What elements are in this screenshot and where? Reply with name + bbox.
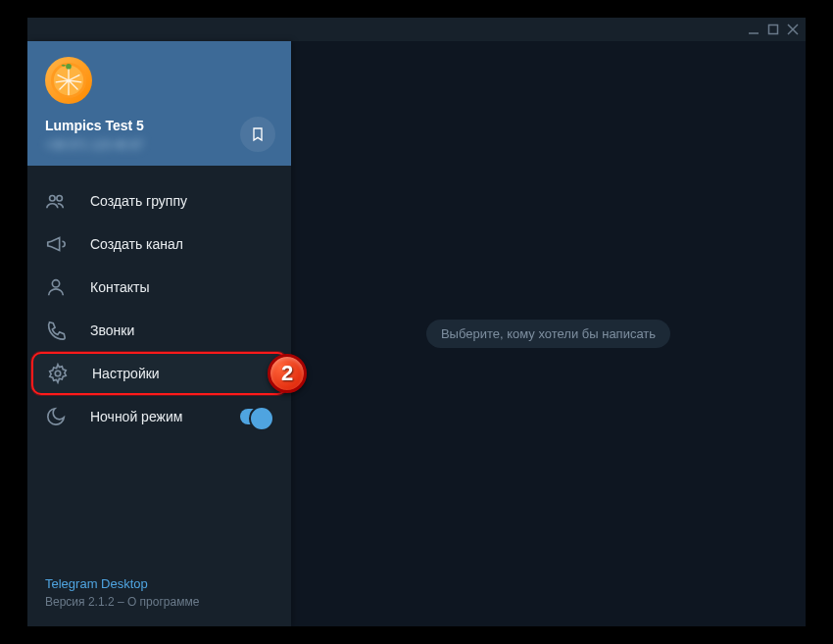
titlebar <box>27 18 806 41</box>
menu-item-new-group[interactable]: Создать группу <box>27 179 291 223</box>
sidebar-footer: Telegram Desktop Версия 2.1.2 – О програ… <box>27 563 291 626</box>
avatar[interactable] <box>45 57 92 104</box>
megaphone-icon <box>45 233 67 255</box>
moon-icon <box>45 406 67 427</box>
main-empty-area: Выберите, кому хотели бы написать <box>291 41 806 626</box>
profile-phone: +38 071 123 45 67 <box>45 138 273 152</box>
gear-icon <box>47 363 69 384</box>
svg-point-6 <box>66 64 72 70</box>
step-badge: 2 <box>268 354 307 393</box>
maximize-button[interactable] <box>766 23 780 36</box>
menu-label: Создать канал <box>90 236 273 252</box>
svg-rect-1 <box>769 25 778 34</box>
person-icon <box>45 276 67 298</box>
app-window: Lumpics Test 5 +38 071 123 45 67 Создать… <box>27 18 806 626</box>
empty-hint: Выберите, кому хотели бы написать <box>426 320 670 348</box>
minimize-button[interactable] <box>747 23 760 36</box>
menu-label: Контакты <box>90 279 273 295</box>
profile-header: Lumpics Test 5 +38 071 123 45 67 <box>27 41 291 166</box>
content-area: Lumpics Test 5 +38 071 123 45 67 Создать… <box>27 41 806 626</box>
svg-point-7 <box>50 196 56 202</box>
night-mode-toggle[interactable] <box>240 409 273 424</box>
group-icon <box>45 190 67 212</box>
svg-point-9 <box>52 280 59 287</box>
menu-item-contacts[interactable]: Контакты <box>27 266 291 309</box>
menu-item-calls[interactable]: Звонки <box>27 309 291 352</box>
footer-app-name: Telegram Desktop <box>45 576 273 591</box>
profile-name: Lumpics Test 5 <box>45 118 273 133</box>
menu-label: Настройки <box>92 366 271 381</box>
menu-label: Ночной режим <box>90 409 240 424</box>
menu-item-night-mode[interactable]: Ночной режим <box>27 395 291 438</box>
phone-icon <box>45 320 67 341</box>
footer-version[interactable]: Версия 2.1.2 – О программе <box>45 595 273 609</box>
menu-label: Звонки <box>90 322 273 338</box>
menu-list: Создать группу Создать канал Контакты <box>27 166 291 563</box>
menu-label: Создать группу <box>90 193 273 209</box>
svg-point-10 <box>55 371 61 376</box>
sidebar-drawer: Lumpics Test 5 +38 071 123 45 67 Создать… <box>27 41 291 626</box>
menu-item-settings[interactable]: Настройки 2 <box>31 352 287 395</box>
saved-messages-button[interactable] <box>240 117 275 152</box>
svg-point-8 <box>57 196 62 202</box>
close-button[interactable] <box>786 23 800 36</box>
menu-item-new-channel[interactable]: Создать канал <box>27 223 291 266</box>
